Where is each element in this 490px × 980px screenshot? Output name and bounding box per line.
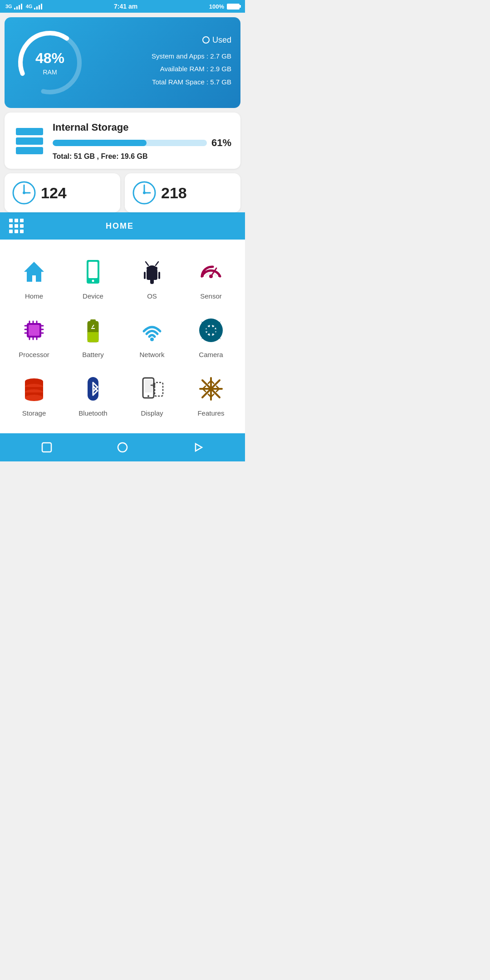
battery-percent: 100%: [209, 3, 224, 10]
used-text: Used: [212, 35, 231, 45]
menu-grid: Home Device OS: [0, 240, 245, 433]
menu-label-bluetooth: Bluetooth: [78, 409, 107, 417]
signal2-bars: [34, 3, 42, 10]
storage-percent: 61%: [211, 137, 231, 149]
svg-point-23: [209, 274, 213, 278]
menu-label-home: Home: [25, 292, 43, 300]
menu-item-processor[interactable]: Processor: [5, 307, 64, 366]
menu-item-home[interactable]: Home: [5, 249, 64, 307]
used-label: Used: [95, 35, 231, 45]
storage-bar-fill: [53, 140, 147, 146]
back-button[interactable]: [39, 440, 54, 455]
stat1-value: 124: [41, 184, 67, 202]
grid-icon[interactable]: [9, 219, 24, 233]
ram-circle: 48% RAM: [14, 26, 86, 99]
menu-item-display[interactable]: Display: [122, 366, 181, 424]
display-icon: [136, 373, 168, 405]
svg-rect-3: [19, 130, 23, 133]
svg-point-75: [118, 443, 127, 452]
battery-menu-icon: [77, 314, 109, 346]
status-time: 7:41 am: [114, 3, 137, 10]
menu-item-sensor[interactable]: Sensor: [181, 249, 240, 307]
svg-rect-43: [88, 332, 98, 342]
signal2-label: 4G: [26, 4, 33, 9]
menu-item-bluetooth[interactable]: Bluetooth: [64, 366, 122, 424]
recents-button[interactable]: [191, 440, 206, 455]
signal1-bars: [14, 3, 22, 10]
menu-item-storage[interactable]: Storage: [5, 366, 64, 424]
svg-rect-7: [19, 149, 23, 152]
signal-indicators: 3G 4G: [5, 3, 42, 10]
nav-bar: HOME: [0, 212, 245, 240]
battery-icon: [227, 4, 240, 10]
ram-info: Used System and Apps : 2.7 GB Available …: [86, 35, 231, 90]
menu-label-network: Network: [139, 351, 164, 358]
used-circle-icon: [202, 36, 210, 44]
menu-item-network[interactable]: Network: [122, 307, 181, 366]
storage-details: Total: 51 GB , Free: 19.6 GB: [53, 152, 231, 161]
storage-card: Internal Storage 61% Total: 51 GB , Free…: [5, 113, 240, 169]
processor-icon: [18, 314, 50, 346]
os-icon: [136, 256, 168, 288]
total-ram-info: Total RAM Space : 5.7 GB: [95, 77, 231, 88]
svg-point-15: [92, 280, 94, 282]
svg-rect-14: [88, 262, 98, 278]
signal1-label: 3G: [5, 4, 12, 9]
svg-marker-12: [24, 262, 44, 282]
svg-rect-28: [29, 325, 39, 336]
svg-point-11: [143, 191, 146, 194]
menu-item-os[interactable]: OS: [122, 249, 181, 307]
features-icon: [195, 373, 227, 405]
stat-card-1[interactable]: 124: [5, 173, 120, 212]
svg-rect-5: [19, 140, 23, 142]
menu-label-features: Features: [197, 409, 224, 417]
storage-info: Internal Storage 61% Total: 51 GB , Free…: [53, 122, 231, 161]
svg-point-56: [25, 395, 43, 401]
device-icon: [77, 256, 109, 288]
ram-card: 48% RAM Used System and Apps : 2.7 GB Av…: [5, 17, 240, 108]
svg-point-46: [150, 338, 154, 341]
menu-item-camera[interactable]: Camera: [181, 307, 240, 366]
menu-label-camera: Camera: [199, 351, 223, 358]
svg-rect-59: [145, 380, 152, 392]
menu-label-device: Device: [83, 292, 103, 300]
available-ram-info: Available RAM : 2.9 GB: [95, 64, 231, 74]
battery-indicator: 100%: [209, 3, 240, 10]
svg-line-20: [146, 262, 148, 265]
nav-title: HOME: [24, 221, 216, 231]
svg-rect-42: [90, 319, 96, 322]
home-button[interactable]: [115, 440, 130, 455]
stat2-value: 218: [161, 184, 187, 202]
menu-item-battery[interactable]: Battery: [64, 307, 122, 366]
menu-label-os: OS: [147, 292, 157, 300]
menu-item-device[interactable]: Device: [64, 249, 122, 307]
storage-title: Internal Storage: [53, 122, 231, 133]
stat2-icon: [132, 181, 157, 205]
home-icon: [18, 256, 50, 288]
ram-percent-value: 48%: [35, 50, 64, 67]
storage-bar-row: 61%: [53, 137, 231, 149]
svg-marker-76: [196, 444, 202, 451]
svg-point-60: [147, 395, 149, 397]
menu-item-features[interactable]: Features: [181, 366, 240, 424]
stat-card-2[interactable]: 218: [125, 173, 240, 212]
stats-row: 124 218: [5, 173, 240, 212]
battery-fill: [228, 5, 239, 9]
camera-icon: [195, 314, 227, 346]
svg-rect-61: [155, 382, 163, 396]
ram-label: RAM: [35, 69, 64, 76]
menu-label-processor: Processor: [19, 351, 49, 358]
storage-bar: [53, 140, 207, 146]
bluetooth-icon: [77, 373, 109, 405]
stat1-icon: [12, 181, 36, 205]
menu-label-storage: Storage: [22, 409, 46, 417]
status-bar: 3G 4G 7:41 am 100%: [0, 0, 245, 13]
storage-icon: [14, 124, 45, 158]
menu-label-sensor: Sensor: [200, 292, 222, 300]
storage-menu-icon: [18, 373, 50, 405]
menu-label-display: Display: [141, 409, 163, 417]
ram-percent-text: 48% RAM: [35, 50, 64, 76]
svg-rect-74: [42, 443, 51, 452]
svg-line-21: [156, 262, 158, 265]
svg-point-9: [23, 191, 25, 194]
